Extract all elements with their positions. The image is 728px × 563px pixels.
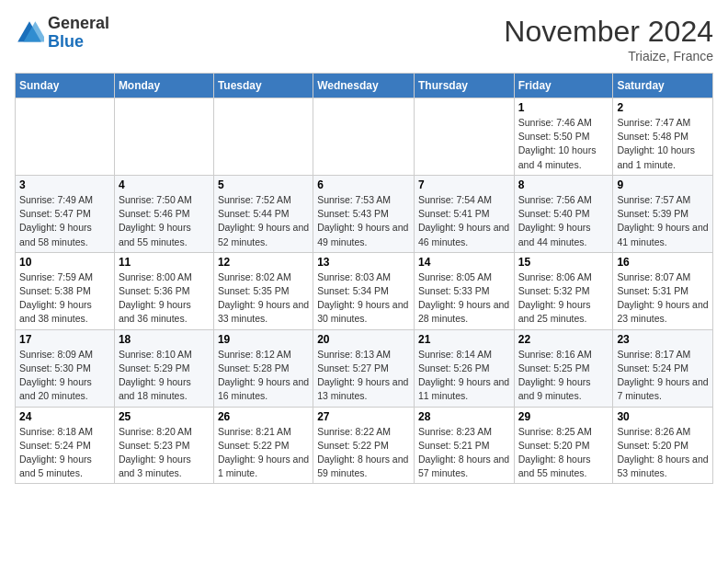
day-number: 15	[518, 256, 609, 269]
day-info: Sunrise: 7:46 AMSunset: 5:50 PMDaylight:…	[518, 116, 609, 172]
day-cell: 26Sunrise: 8:21 AMSunset: 5:22 PMDayligh…	[213, 407, 313, 484]
day-cell: 10Sunrise: 7:59 AMSunset: 5:38 PMDayligh…	[16, 252, 115, 329]
day-info: Sunrise: 8:02 AMSunset: 5:35 PMDaylight:…	[218, 270, 309, 327]
day-cell: 17Sunrise: 8:09 AMSunset: 5:30 PMDayligh…	[16, 329, 115, 407]
day-info: Sunrise: 8:13 AMSunset: 5:27 PMDaylight:…	[317, 348, 410, 404]
day-number: 6	[317, 178, 410, 191]
page-header: General Blue November 2024 Triaize, Fran…	[15, 15, 713, 63]
day-cell	[313, 98, 415, 176]
day-info: Sunrise: 8:09 AMSunset: 5:30 PMDaylight:…	[19, 348, 110, 404]
day-number: 8	[518, 178, 609, 191]
col-header-monday: Monday	[114, 74, 213, 98]
day-info: Sunrise: 8:07 AMSunset: 5:31 PMDaylight:…	[617, 270, 709, 327]
day-cell: 4Sunrise: 7:50 AMSunset: 5:46 PMDaylight…	[114, 175, 213, 252]
day-cell: 20Sunrise: 8:13 AMSunset: 5:27 PMDayligh…	[313, 329, 415, 407]
day-number: 16	[617, 256, 709, 269]
day-info: Sunrise: 7:56 AMSunset: 5:40 PMDaylight:…	[518, 193, 609, 249]
day-number: 27	[317, 410, 410, 423]
day-info: Sunrise: 8:14 AMSunset: 5:26 PMDaylight:…	[418, 348, 510, 404]
day-number: 12	[218, 256, 309, 269]
day-cell: 6Sunrise: 7:53 AMSunset: 5:43 PMDaylight…	[313, 175, 415, 252]
logo-blue: Blue	[48, 33, 109, 52]
day-cell: 25Sunrise: 8:20 AMSunset: 5:23 PMDayligh…	[114, 407, 213, 484]
day-info: Sunrise: 8:22 AMSunset: 5:22 PMDaylight:…	[317, 425, 410, 481]
day-info: Sunrise: 8:10 AMSunset: 5:29 PMDaylight:…	[119, 348, 210, 404]
day-number: 21	[418, 333, 510, 346]
calendar-header-row: SundayMondayTuesdayWednesdayThursdayFrid…	[16, 74, 713, 98]
day-number: 2	[617, 101, 709, 114]
day-number: 22	[518, 333, 609, 346]
col-header-thursday: Thursday	[414, 74, 514, 98]
logo-icon	[15, 18, 44, 48]
day-cell: 28Sunrise: 8:23 AMSunset: 5:21 PMDayligh…	[414, 407, 514, 484]
day-number: 24	[19, 410, 110, 423]
day-cell: 21Sunrise: 8:14 AMSunset: 5:26 PMDayligh…	[414, 329, 514, 407]
calendar-table: SundayMondayTuesdayWednesdayThursdayFrid…	[15, 73, 713, 484]
col-header-friday: Friday	[514, 74, 613, 98]
day-number: 29	[518, 410, 609, 423]
day-info: Sunrise: 8:00 AMSunset: 5:36 PMDaylight:…	[119, 270, 210, 327]
day-cell: 7Sunrise: 7:54 AMSunset: 5:41 PMDaylight…	[414, 175, 514, 252]
day-cell: 30Sunrise: 8:26 AMSunset: 5:20 PMDayligh…	[613, 407, 713, 484]
month-title: November 2024	[504, 15, 713, 49]
day-cell: 3Sunrise: 7:49 AMSunset: 5:47 PMDaylight…	[16, 175, 115, 252]
day-number: 26	[218, 410, 309, 423]
week-row-1: 3Sunrise: 7:49 AMSunset: 5:47 PMDaylight…	[16, 175, 713, 252]
day-info: Sunrise: 7:54 AMSunset: 5:41 PMDaylight:…	[418, 193, 510, 249]
week-row-3: 17Sunrise: 8:09 AMSunset: 5:30 PMDayligh…	[16, 329, 713, 407]
day-info: Sunrise: 7:49 AMSunset: 5:47 PMDaylight:…	[19, 193, 110, 249]
day-number: 5	[218, 178, 309, 191]
day-info: Sunrise: 7:59 AMSunset: 5:38 PMDaylight:…	[19, 270, 110, 327]
day-info: Sunrise: 8:18 AMSunset: 5:24 PMDaylight:…	[19, 425, 110, 481]
day-cell	[114, 98, 213, 176]
day-cell: 8Sunrise: 7:56 AMSunset: 5:40 PMDaylight…	[514, 175, 613, 252]
day-cell: 14Sunrise: 8:05 AMSunset: 5:33 PMDayligh…	[414, 252, 514, 329]
day-number: 1	[518, 101, 609, 114]
day-info: Sunrise: 8:16 AMSunset: 5:25 PMDaylight:…	[518, 348, 609, 404]
day-cell: 5Sunrise: 7:52 AMSunset: 5:44 PMDaylight…	[213, 175, 313, 252]
day-cell: 12Sunrise: 8:02 AMSunset: 5:35 PMDayligh…	[213, 252, 313, 329]
day-number: 9	[617, 178, 709, 191]
day-cell: 23Sunrise: 8:17 AMSunset: 5:24 PMDayligh…	[613, 329, 713, 407]
logo: General Blue	[15, 15, 109, 52]
day-number: 11	[119, 256, 210, 269]
day-number: 14	[418, 256, 510, 269]
col-header-sunday: Sunday	[16, 74, 115, 98]
day-info: Sunrise: 7:53 AMSunset: 5:43 PMDaylight:…	[317, 193, 410, 249]
day-info: Sunrise: 7:52 AMSunset: 5:44 PMDaylight:…	[218, 193, 309, 249]
day-cell: 1Sunrise: 7:46 AMSunset: 5:50 PMDaylight…	[514, 98, 613, 176]
day-cell: 27Sunrise: 8:22 AMSunset: 5:22 PMDayligh…	[313, 407, 415, 484]
day-info: Sunrise: 8:17 AMSunset: 5:24 PMDaylight:…	[617, 348, 709, 404]
day-info: Sunrise: 8:26 AMSunset: 5:20 PMDaylight:…	[617, 425, 709, 481]
day-cell	[213, 98, 313, 176]
week-row-0: 1Sunrise: 7:46 AMSunset: 5:50 PMDaylight…	[16, 98, 713, 176]
day-number: 20	[317, 333, 410, 346]
day-number: 13	[317, 256, 410, 269]
location-subtitle: Triaize, France	[504, 49, 713, 63]
logo-text: General Blue	[48, 15, 109, 52]
day-cell	[414, 98, 514, 176]
day-cell: 19Sunrise: 8:12 AMSunset: 5:28 PMDayligh…	[213, 329, 313, 407]
day-info: Sunrise: 8:03 AMSunset: 5:34 PMDaylight:…	[317, 270, 410, 327]
day-cell: 15Sunrise: 8:06 AMSunset: 5:32 PMDayligh…	[514, 252, 613, 329]
day-cell: 18Sunrise: 8:10 AMSunset: 5:29 PMDayligh…	[114, 329, 213, 407]
day-cell: 16Sunrise: 8:07 AMSunset: 5:31 PMDayligh…	[613, 252, 713, 329]
day-number: 25	[119, 410, 210, 423]
day-info: Sunrise: 7:47 AMSunset: 5:48 PMDaylight:…	[617, 116, 709, 172]
day-number: 3	[19, 178, 110, 191]
day-number: 18	[119, 333, 210, 346]
day-info: Sunrise: 8:06 AMSunset: 5:32 PMDaylight:…	[518, 270, 609, 327]
day-number: 4	[119, 178, 210, 191]
day-cell	[16, 98, 115, 176]
day-cell: 29Sunrise: 8:25 AMSunset: 5:20 PMDayligh…	[514, 407, 613, 484]
day-cell: 13Sunrise: 8:03 AMSunset: 5:34 PMDayligh…	[313, 252, 415, 329]
day-number: 23	[617, 333, 709, 346]
title-block: November 2024 Triaize, France	[504, 15, 713, 63]
day-info: Sunrise: 8:25 AMSunset: 5:20 PMDaylight:…	[518, 425, 609, 481]
day-cell: 22Sunrise: 8:16 AMSunset: 5:25 PMDayligh…	[514, 329, 613, 407]
week-row-2: 10Sunrise: 7:59 AMSunset: 5:38 PMDayligh…	[16, 252, 713, 329]
day-info: Sunrise: 8:20 AMSunset: 5:23 PMDaylight:…	[119, 425, 210, 481]
day-number: 28	[418, 410, 510, 423]
day-cell: 11Sunrise: 8:00 AMSunset: 5:36 PMDayligh…	[114, 252, 213, 329]
day-number: 17	[19, 333, 110, 346]
